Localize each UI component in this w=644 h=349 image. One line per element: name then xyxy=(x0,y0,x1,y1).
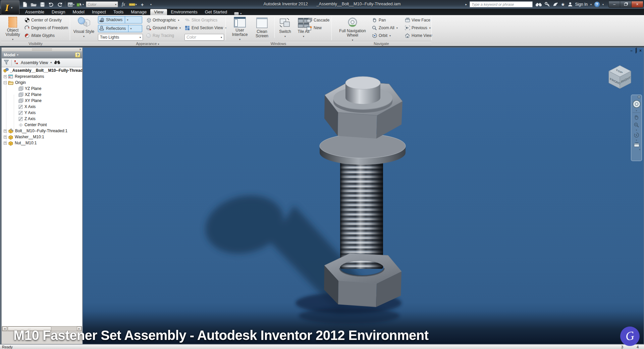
doc-close-button[interactable]: × xyxy=(639,48,642,53)
navbar-wheel-button[interactable] xyxy=(632,100,641,108)
ribbon-display-toggle[interactable]: ▾ xyxy=(234,12,241,15)
tab-model[interactable]: Model xyxy=(69,9,88,15)
tree-item-y-axis[interactable]: Y Axis xyxy=(2,110,82,116)
tree-item-x-axis[interactable]: X Axis xyxy=(2,104,82,110)
orthographic-button[interactable]: Orthographic ▾ xyxy=(146,16,179,24)
expander-minus-icon[interactable]: − xyxy=(4,81,7,84)
pan-button[interactable]: Pan xyxy=(372,16,386,24)
tree-item-representations[interactable]: + Representations xyxy=(2,73,82,80)
lighting-style-combo[interactable]: Two Lights ▾ xyxy=(98,34,143,41)
search-input[interactable] xyxy=(470,1,533,7)
parameters-fx-button[interactable]: fx xyxy=(120,1,127,8)
orbit-button[interactable]: Orbit ▾ xyxy=(372,32,391,39)
imate-glyphs-button[interactable]: iMate Glyphs xyxy=(24,32,55,39)
browser-help-button[interactable]: ? xyxy=(75,52,80,57)
model-viewport[interactable]: – × TOP FRONT RIGHT × ▾ xyxy=(83,47,644,344)
new-window-button[interactable]: New xyxy=(307,24,322,32)
tab-tools[interactable]: Tools xyxy=(110,9,127,15)
browser-search-button[interactable] xyxy=(54,60,60,65)
color-override-combo[interactable]: Color ▾ xyxy=(86,1,118,7)
user-interface-button[interactable]: User Interface ▾ xyxy=(229,16,251,41)
reflections-dropdown[interactable]: ▾ xyxy=(128,25,132,32)
restore-button[interactable] xyxy=(620,1,632,7)
help-button[interactable]: ? xyxy=(594,2,600,7)
navbar-orbit-dropdown[interactable]: ▾ xyxy=(636,139,637,141)
sign-in-dropdown[interactable]: ▾ xyxy=(590,3,592,6)
shadows-button[interactable]: Shadows ▾ xyxy=(98,16,142,23)
new-file-button[interactable] xyxy=(21,1,28,8)
open-button[interactable] xyxy=(30,1,37,8)
expander-plus-icon[interactable]: + xyxy=(4,75,7,78)
help-dropdown[interactable]: ▾ xyxy=(602,3,604,6)
object-visibility-button[interactable]: Object Visibility ▾ xyxy=(3,16,23,41)
filter-button[interactable] xyxy=(4,60,9,66)
doc-restore-button[interactable] xyxy=(636,48,636,53)
tree-item-bolt[interactable]: + Bolt__M10--Fully-Threaded:1 xyxy=(2,128,82,134)
view-face-button[interactable]: View Face xyxy=(405,16,430,24)
cascade-button[interactable]: Cascade xyxy=(307,16,329,24)
home-view-button[interactable]: Home View xyxy=(405,32,432,39)
application-menu-button[interactable]: I ▾ xyxy=(1,0,19,15)
navbar-orbit-button[interactable] xyxy=(634,132,639,138)
panel-caption-visibility[interactable]: Visibility xyxy=(1,41,70,46)
tree-item-xz-plane[interactable]: XZ Plane xyxy=(2,92,82,98)
full-navigation-wheel-button[interactable]: Full Navigation Wheel ▾ xyxy=(335,16,370,41)
zoom-all-button[interactable]: Zoom All ▾ xyxy=(372,24,398,32)
sign-in-button[interactable]: Sign In xyxy=(575,2,588,7)
tree-item-center-point[interactable]: Center Point xyxy=(2,122,82,128)
section-color-combo[interactable]: Color ▾ xyxy=(184,34,224,41)
add-command-button[interactable]: + xyxy=(139,1,146,8)
reflections-button[interactable]: Reflections ▾ xyxy=(98,25,142,32)
tab-get-started[interactable]: Get Started xyxy=(201,9,231,15)
subscription-key-icon[interactable] xyxy=(545,2,550,7)
save-button[interactable] xyxy=(39,1,46,8)
tab-assemble[interactable]: Assemble xyxy=(21,9,48,15)
browser-header[interactable]: Model ▾ ? xyxy=(2,51,82,58)
undo-button[interactable] xyxy=(48,1,54,8)
browser-title-dropdown[interactable]: ▾ xyxy=(17,53,18,56)
ground-plane-button[interactable]: Ground Plane ▾ xyxy=(146,24,181,32)
tree-item-washer[interactable]: + Washer__M10:1 xyxy=(2,134,82,140)
minimize-button[interactable]: – xyxy=(609,1,620,7)
browser-close-icon[interactable]: × xyxy=(79,48,81,51)
expander-plus-icon[interactable]: + xyxy=(4,136,7,139)
view-cube[interactable]: TOP FRONT RIGHT xyxy=(605,62,634,91)
degrees-of-freedom-button[interactable]: Degrees of Freedom xyxy=(24,24,68,32)
tab-inspect[interactable]: Inspect xyxy=(88,9,110,15)
render-style-button[interactable]: ▾ xyxy=(67,1,74,8)
tree-item-nut[interactable]: + Nut__M10:1 xyxy=(2,140,82,146)
search-button[interactable] xyxy=(535,2,542,7)
navbar-close-icon[interactable]: × xyxy=(637,95,641,99)
view-mode-selector[interactable]: Assembly View xyxy=(21,60,48,65)
navbar-wheel-dropdown[interactable]: ▾ xyxy=(636,109,637,112)
panel-caption-navigate[interactable]: Navigate xyxy=(331,41,431,46)
previous-view-button[interactable]: Previous ▾ xyxy=(405,24,431,32)
search-collapse-arrow[interactable]: ▸ xyxy=(466,3,467,6)
tab-design[interactable]: Design xyxy=(48,9,69,15)
tab-manage[interactable]: Manage xyxy=(127,9,150,15)
shadows-dropdown[interactable]: ▾ xyxy=(125,16,129,23)
measure-button[interactable]: ▾ xyxy=(129,1,137,8)
navbar-viewface-button[interactable] xyxy=(634,142,640,147)
tree-item-origin[interactable]: − Origin xyxy=(2,80,82,86)
doc-minimize-button[interactable]: – xyxy=(630,48,633,53)
scroll-left-arrow[interactable]: ◂ xyxy=(2,327,7,331)
clean-screen-button[interactable]: Clean Screen xyxy=(252,16,272,41)
qat-customize-button[interactable]: ▾ xyxy=(148,1,154,8)
end-section-view-button[interactable]: End Section View ▾ xyxy=(184,24,226,32)
navbar-pan-button[interactable] xyxy=(634,114,639,120)
view-mode-dropdown[interactable]: ▾ xyxy=(50,61,52,64)
tree-item-yz-plane[interactable]: YZ Plane xyxy=(2,86,82,92)
tab-environments[interactable]: Environments xyxy=(167,9,201,15)
center-of-gravity-button[interactable]: Center of Gravity xyxy=(24,16,62,24)
switch-windows-button[interactable]: Switch ▾ xyxy=(276,16,294,41)
panel-caption-windows[interactable]: Windows xyxy=(225,41,331,46)
close-button[interactable]: × xyxy=(632,1,643,7)
expander-plus-icon[interactable]: + xyxy=(4,130,7,133)
panel-caption-appearance[interactable]: Appearance ▾ xyxy=(70,41,225,46)
navbar-zoom-dropdown[interactable]: ▾ xyxy=(636,129,637,131)
browser-grip[interactable]: × xyxy=(2,48,82,51)
tree-root-assembly[interactable]: _Assembly__Bolt__M10--Fully-Threaded xyxy=(2,67,82,73)
favorites-button[interactable]: ★ xyxy=(561,2,565,7)
tree-item-z-axis[interactable]: Z Axis xyxy=(2,116,82,122)
